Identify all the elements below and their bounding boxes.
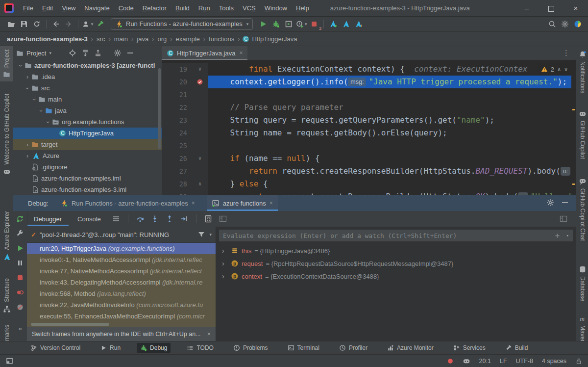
menu-edit[interactable]: Edit	[38, 4, 57, 12]
lock-open-icon[interactable]	[575, 358, 582, 365]
tree-item[interactable]: ›org.example.functions	[13, 116, 162, 128]
tree-item[interactable]: azure-function-examples-3.iml	[13, 184, 162, 195]
tree-item[interactable]: ›.idea	[13, 71, 162, 82]
tree-chevron-icon[interactable]: ›	[24, 153, 31, 159]
status-item[interactable]: UTF-8	[516, 358, 533, 365]
tree-chevron-icon[interactable]: ›	[38, 107, 45, 114]
stack-frame-row[interactable]: invoke:22, JavaMethodInvokeInfo (com.mic…	[27, 299, 216, 311]
code-line[interactable]: 20 context.getLogger().info(msg:"Java HT…	[162, 76, 576, 88]
debug-settings-button[interactable]	[546, 199, 554, 208]
menu-button[interactable]	[110, 212, 122, 225]
status-item[interactable]: LF	[500, 358, 507, 365]
coverage-button[interactable]	[282, 18, 295, 30]
more-actions-button[interactable]: »	[18, 325, 22, 332]
sidebar-tab-github-copilot-chat[interactable]: GitHub Copilot Chat	[576, 174, 588, 244]
warning-stripe-mark[interactable]	[572, 184, 575, 185]
evaluate-button[interactable]	[202, 212, 215, 225]
view-tab-console[interactable]: Console	[71, 212, 108, 226]
editor[interactable]: C HttpTriggerJava.java × ⋮ 19∨ final Exe…	[162, 46, 576, 195]
sidebar-tab-database[interactable]: Database	[576, 262, 588, 305]
close-tab-icon[interactable]: ×	[270, 200, 273, 207]
code-line[interactable]: 29 return request.createResponseBuilder(…	[162, 190, 576, 195]
stop-button[interactable]	[16, 274, 24, 282]
menu-help[interactable]: Help	[292, 4, 314, 12]
fold-marker-icon[interactable]: ∧	[192, 178, 208, 190]
profiler-button[interactable]: ▾	[295, 18, 308, 30]
hint-close-icon[interactable]: ×	[207, 331, 211, 338]
code-line[interactable]: 28∧ } else {	[162, 178, 576, 190]
sidebar-tab-welcome-to-github-copilot[interactable]: Welcome to GitHub Copilot	[0, 90, 13, 179]
toolwindow-button-version-control[interactable]: Version Control	[27, 343, 84, 353]
tool-windows-icon[interactable]	[6, 357, 13, 365]
code-line[interactable]: 24 String name = request.getBody().orEls…	[162, 127, 576, 139]
record-indicator[interactable]	[447, 358, 454, 365]
variable-row[interactable]: ›pcontext= {ExecutionContextDataSource@3…	[216, 270, 576, 283]
stack-frame-row[interactable]: invoke:568, Method (java.lang.reflect)	[27, 288, 216, 299]
breadcrumb-item[interactable]: java	[136, 35, 149, 43]
code-area[interactable]: 19∨ final ExecutionContext context) { co…	[162, 60, 576, 195]
prev-warning-icon[interactable]: ∧	[557, 66, 561, 73]
menu-code[interactable]: Code	[114, 4, 138, 12]
azure-create-button[interactable]	[327, 18, 340, 30]
settings-wrench-button[interactable]	[16, 230, 24, 237]
fold-marker-icon[interactable]: ∨	[192, 63, 208, 76]
settings-button[interactable]	[112, 48, 123, 58]
tree-chevron-icon[interactable]: ›	[222, 272, 228, 280]
menu-tools[interactable]: Tools	[215, 4, 238, 12]
toolwindow-button-services[interactable]: Services	[450, 343, 489, 353]
stack-frame-row[interactable]: run:20, HttpTriggerJava (org.example.fun…	[27, 243, 216, 254]
code-line[interactable]: 23 String query = request.getQueryParame…	[162, 114, 576, 127]
status-item[interactable]: 20:1	[479, 358, 491, 365]
warning-stripe-mark[interactable]	[572, 109, 575, 110]
toolwindow-button-build[interactable]: Build	[502, 343, 532, 353]
chevron-down-icon[interactable]: ▾	[49, 51, 51, 55]
editor-error-stripe[interactable]	[571, 60, 576, 195]
step-out-button[interactable]	[163, 212, 176, 225]
run-configuration-select[interactable]: Run Functions - azure-function-examples▾	[111, 18, 253, 30]
plugin-button[interactable]	[571, 18, 584, 30]
tree-chevron-icon[interactable]: ›	[222, 247, 228, 255]
breadcrumb-item[interactable]: azure-function-examples-3	[6, 35, 89, 43]
locate-button[interactable]	[67, 48, 78, 58]
menu-run[interactable]: Run	[194, 4, 215, 12]
variable-row[interactable]: ›prequest= {RpcHttpRequestDataSource$Htt…	[216, 257, 576, 270]
toolwindow-button-azure-monitor[interactable]: Azure Monitor	[384, 343, 437, 353]
menu-view[interactable]: View	[57, 4, 80, 12]
rerun-button[interactable]	[16, 215, 24, 223]
breadcrumb-item[interactable]: example	[175, 35, 201, 43]
back-button[interactable]	[49, 18, 62, 30]
stop-button[interactable]: 2	[308, 18, 320, 30]
debug-button[interactable]	[270, 18, 282, 30]
menu-navigate[interactable]: Navigate	[80, 4, 114, 12]
code-line[interactable]: 21	[162, 88, 576, 101]
code-line[interactable]: 22 // Parse query parameter	[162, 101, 576, 114]
code-line[interactable]: 27 return request.createResponseBuilder(…	[162, 165, 576, 178]
breadcrumb-item[interactable]: src	[96, 35, 106, 43]
toolwindow-button-terminal[interactable]: Terminal	[284, 343, 323, 353]
breadcrumb-item[interactable]: org	[156, 35, 168, 43]
open-project-button[interactable]	[5, 18, 18, 30]
status-item[interactable]: 4 spaces	[542, 358, 566, 365]
tree-item[interactable]: ›azure-function-examples-3 [azure-functi	[13, 60, 162, 71]
tree-item[interactable]: .gitignore	[13, 161, 162, 173]
toolwindow-button-todo[interactable]: TODO	[183, 343, 217, 353]
debug-hide-button[interactable]	[561, 199, 569, 208]
variable-row[interactable]: ›this= {HttpTriggerJava@3486}	[216, 244, 576, 257]
menu-file[interactable]: File	[19, 4, 38, 12]
tree-item[interactable]: ›main	[13, 94, 162, 105]
project-scrollbar[interactable]	[158, 68, 161, 149]
evaluate-expression-input[interactable]: Evaluate expression (Enter) or add a wat…	[219, 230, 573, 241]
azure-actions-button[interactable]	[352, 18, 365, 30]
tree-chevron-icon[interactable]: ›	[24, 85, 31, 92]
menu-vcs[interactable]: VCS	[238, 4, 260, 12]
profile-button[interactable]: ▾	[81, 18, 94, 30]
tree-chevron-icon[interactable]: ›	[45, 119, 51, 126]
tree-chevron-icon[interactable]: ›	[17, 62, 24, 69]
close-tab-icon[interactable]: ×	[239, 50, 243, 56]
toolwindow-button-profiler[interactable]: Profiler	[336, 343, 371, 353]
close-tab-icon[interactable]: ×	[192, 200, 195, 207]
close-button[interactable]: ×	[564, 0, 588, 16]
filter-icon[interactable]	[197, 231, 205, 238]
code-line[interactable]: 19∨ final ExecutionContext context) { co…	[162, 63, 576, 76]
view-tab-debugger[interactable]: Debugger	[27, 212, 69, 226]
